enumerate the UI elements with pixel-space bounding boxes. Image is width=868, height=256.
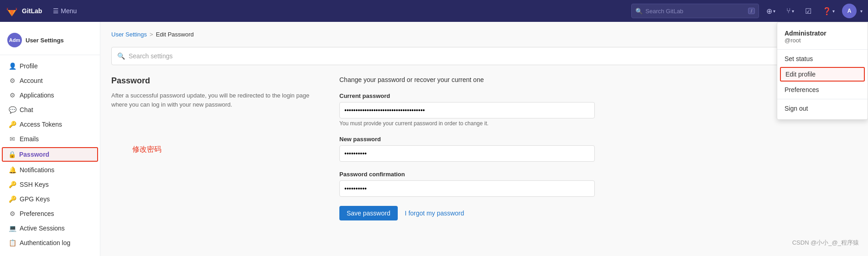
sidebar-item-label: Notifications	[20, 166, 54, 174]
sidebar-item-label: Applications	[20, 92, 54, 99]
annotation-text: 修改密码	[132, 145, 161, 154]
dropdown-handle: @root	[785, 37, 860, 44]
dropdown-divider	[777, 99, 868, 99]
top-navbar: GitLab ☰ Menu 🔍 / ⊕ ▾ ⑂ ▾ ☑ ❓ ▾ A ▾	[0, 0, 868, 22]
search-settings-input[interactable]	[129, 52, 851, 60]
access-tokens-icon: 🔑	[9, 121, 16, 128]
sidebar-item-label: Chat	[20, 106, 33, 113]
sidebar-avatar: Adm	[7, 33, 22, 47]
sidebar: Adm User Settings 👤 Profile ⚙ Account ⚙ …	[0, 22, 100, 256]
breadcrumb-current: Edit Password	[156, 31, 194, 38]
preferences-icon: ⚙	[9, 210, 16, 217]
search-input[interactable]	[645, 8, 745, 15]
password-icon: 🔒	[8, 151, 16, 158]
new-password-label: New password	[339, 136, 595, 143]
dropdown-username: Administrator	[785, 30, 860, 37]
password-confirmation-input[interactable]	[339, 180, 595, 197]
main-content: 修改密码 User Settings > Edit Password 🔍 Pas…	[100, 22, 868, 256]
password-section-title: Password	[111, 76, 321, 86]
sidebar-item-password[interactable]: 🔒 Password	[2, 147, 98, 162]
slash-shortcut: /	[748, 8, 755, 14]
gpg-keys-icon: 🔑	[9, 195, 16, 203]
help-icon: ❓	[822, 7, 832, 15]
merge-requests-button[interactable]: ⑂ ▾	[783, 5, 798, 17]
page-layout: Adm User Settings 👤 Profile ⚙ Account ⚙ …	[0, 22, 868, 256]
avatar-initials: A	[847, 8, 852, 14]
gitlab-logo-svg	[5, 5, 18, 17]
current-password-group: Current password You must provide your c…	[339, 92, 595, 127]
dropdown-header: Administrator @root	[777, 26, 868, 50]
active-sessions-icon: 💻	[9, 225, 16, 232]
avatar-chevron-icon: ▾	[860, 9, 863, 14]
sidebar-item-profile[interactable]: 👤 Profile	[0, 59, 100, 73]
user-dropdown-menu: Administrator @root Set status Edit prof…	[777, 22, 868, 120]
current-password-label: Current password	[339, 92, 595, 99]
dropdown-edit-profile[interactable]: Edit profile	[780, 67, 865, 82]
breadcrumb-separator: >	[150, 31, 153, 38]
dropdown-sign-out[interactable]: Sign out	[777, 101, 868, 116]
user-avatar-button[interactable]: A	[842, 4, 857, 18]
sidebar-item-label: Emails	[20, 135, 39, 143]
new-password-input[interactable]	[339, 145, 595, 162]
chevron-down-icon: ▾	[832, 9, 835, 14]
sidebar-item-notifications[interactable]: 🔔 Notifications	[0, 163, 100, 177]
sidebar-item-label: Authentication log	[20, 239, 70, 246]
sidebar-item-chat[interactable]: 💬 Chat	[0, 102, 100, 117]
sidebar-item-label: GPG Keys	[20, 195, 50, 203]
hamburger-icon: ☰	[53, 7, 59, 15]
search-settings-icon: 🔍	[117, 52, 125, 60]
menu-button[interactable]: ☰ Menu	[49, 5, 80, 16]
todo-icon: ☑	[805, 7, 811, 15]
sidebar-item-active-sessions[interactable]: 💻 Active Sessions	[0, 221, 100, 236]
emails-icon: ✉	[9, 135, 16, 143]
sidebar-item-gpg-keys[interactable]: 🔑 GPG Keys	[0, 192, 100, 206]
authentication-log-icon: 📋	[9, 239, 16, 246]
plus-icon: ⊕	[766, 7, 772, 15]
content-section: Password After a successful password upd…	[111, 76, 857, 220]
notifications-icon: 🔔	[9, 166, 16, 174]
dropdown-preferences[interactable]: Preferences	[777, 82, 868, 97]
password-confirmation-group: Password confirmation	[339, 171, 595, 197]
merge-request-icon: ⑂	[786, 7, 791, 15]
chat-icon: 💬	[9, 106, 16, 113]
forgot-password-link[interactable]: I forgot my password	[405, 210, 464, 217]
current-password-hint: You must provide your current password i…	[339, 120, 595, 127]
sidebar-item-access-tokens[interactable]: 🔑 Access Tokens	[0, 117, 100, 132]
current-password-input[interactable]	[339, 102, 595, 118]
sidebar-item-account[interactable]: ⚙ Account	[0, 73, 100, 88]
search-icon: 🔍	[635, 8, 643, 15]
sidebar-item-ssh-keys[interactable]: 🔑 SSH Keys	[0, 177, 100, 192]
sidebar-item-label: Active Sessions	[20, 225, 65, 232]
todos-button[interactable]: ☑	[801, 5, 815, 17]
chevron-down-icon: ▾	[773, 9, 775, 14]
sidebar-item-preferences[interactable]: ⚙ Preferences	[0, 206, 100, 221]
search-bar[interactable]: 🔍 /	[631, 4, 759, 18]
sidebar-item-label: Password	[19, 151, 49, 158]
sidebar-item-emails[interactable]: ✉ Emails	[0, 132, 100, 146]
ssh-keys-icon: 🔑	[9, 181, 16, 188]
account-icon: ⚙	[9, 77, 16, 84]
sidebar-item-applications[interactable]: ⚙ Applications	[0, 88, 100, 102]
help-button[interactable]: ❓ ▾	[819, 5, 838, 17]
password-section-description: After a successful password update, you …	[111, 91, 321, 109]
sidebar-item-label: Access Tokens	[20, 121, 62, 128]
gitlab-text: GitLab	[22, 7, 42, 15]
search-settings-bar[interactable]: 🔍	[111, 47, 857, 65]
breadcrumb: User Settings > Edit Password	[111, 31, 857, 38]
applications-icon: ⚙	[9, 92, 16, 99]
dropdown-set-status[interactable]: Set status	[777, 51, 868, 66]
sidebar-item-label: Profile	[20, 62, 38, 70]
sidebar-item-label: Account	[20, 77, 43, 84]
sidebar-item-authentication-log[interactable]: 📋 Authentication log	[0, 236, 100, 250]
chevron-down-icon: ▾	[792, 9, 794, 14]
profile-icon: 👤	[9, 62, 16, 70]
content-right: Change your password or recover your cur…	[339, 76, 595, 220]
gitlab-logo: GitLab	[5, 5, 42, 17]
save-password-button[interactable]: Save password	[339, 206, 398, 220]
breadcrumb-parent-link[interactable]: User Settings	[111, 31, 147, 38]
sidebar-item-label: SSH Keys	[20, 181, 49, 188]
create-new-button[interactable]: ⊕ ▾	[763, 5, 779, 17]
password-confirmation-label: Password confirmation	[339, 171, 595, 178]
form-actions: Save password I forgot my password	[339, 206, 595, 220]
watermark: CSDN @小小_@_程序猿	[792, 239, 859, 247]
